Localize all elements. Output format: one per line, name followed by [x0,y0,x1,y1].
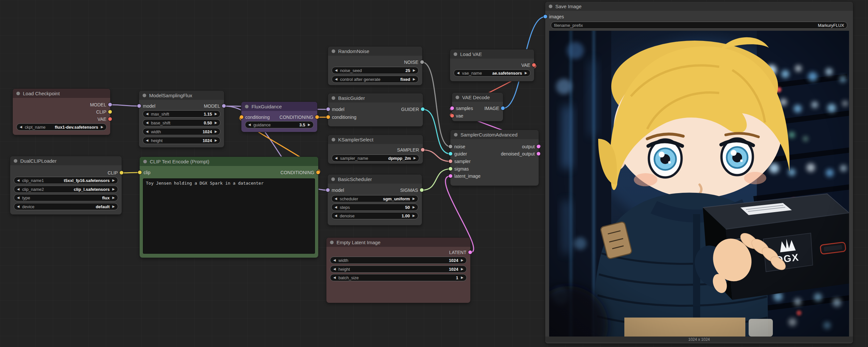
arrow-left-icon[interactable]: ◀ [146,112,149,116]
collapse-dot-icon[interactable] [17,92,20,95]
node-header[interactable]: RandomNoise [328,47,422,56]
node-empty-latent-image[interactable]: Empty Latent Image LATENT ◀ width 1024 ▶… [327,238,470,303]
arrow-left-icon[interactable]: ◀ [333,276,336,279]
arrow-right-icon[interactable]: ▶ [215,139,217,142]
node-model-sampling-flux[interactable]: ModelSamplingFlux model MODEL ◀ max_shif… [139,91,224,147]
node-vae-decode[interactable]: VAE Decode samples vae IMAGE [452,93,503,121]
output-pin-latent[interactable] [468,251,472,254]
widget-sampler-name[interactable]: ◀ sampler_name dpmpp_2m ▶ [332,154,419,162]
node-header[interactable]: CLIP Text Encode (Prompt) [140,157,318,166]
input-pin-conditioning[interactable] [327,115,330,119]
arrow-left-icon[interactable]: ◀ [335,78,338,81]
arrow-left-icon[interactable]: ◀ [248,123,251,126]
widget-vae-name[interactable]: ◀ vae_name ae.safetensors ▶ [454,69,530,77]
collapse-dot-icon[interactable] [330,241,334,244]
output-pin-vae[interactable] [532,63,536,67]
node-dual-clip-loader[interactable]: DualCLIPLoader CLIP ◀ clip_name1 t5xxl_f… [10,156,122,214]
collapse-dot-icon[interactable] [454,52,457,56]
arrow-right-icon[interactable]: ▶ [461,267,463,271]
input-pin-conditioning[interactable] [240,115,243,119]
node-header[interactable]: Empty Latent Image [327,238,470,247]
input-pin-model[interactable] [327,107,330,111]
node-ksampler-select[interactable]: KSamplerSelect SAMPLER ◀ sampler_name dp… [328,135,423,164]
output-pin-image[interactable] [501,106,505,110]
arrow-right-icon[interactable]: ▶ [215,121,217,124]
widget-type[interactable]: ◀ type flux ▶ [14,194,118,201]
arrow-left-icon[interactable]: ◀ [17,196,20,199]
prompt-textarea[interactable]: Toy Jensen holding a DGX Spark in a data… [143,178,315,254]
input-pin-images[interactable] [544,15,547,18]
arrow-left-icon[interactable]: ◀ [335,69,338,72]
node-basic-guider[interactable]: BasicGuider model conditioning GUIDER [328,93,423,126]
arrow-left-icon[interactable]: ◀ [335,197,337,200]
collapse-dot-icon[interactable] [456,95,459,99]
node-header[interactable]: KSamplerSelect [328,135,423,144]
widget-noise-seed[interactable]: ◀ noise_seed 25 ▶ [332,67,418,74]
arrow-left-icon[interactable]: ◀ [335,206,337,209]
widget-guidance[interactable]: ◀ guidance 3.5 ▶ [245,121,314,128]
collapse-dot-icon[interactable] [143,160,147,163]
widget-denoise[interactable]: ◀ denoise 1.00 ▶ [331,212,418,219]
output-pin-conditioning[interactable] [316,171,320,174]
arrow-left-icon[interactable]: ◀ [146,130,149,133]
collapse-dot-icon[interactable] [549,5,552,8]
widget-height[interactable]: ◀ height 1024 ▶ [330,265,467,273]
arrow-right-icon[interactable]: ▶ [413,78,415,81]
input-pin-sampler[interactable] [449,160,452,163]
arrow-left-icon[interactable]: ◀ [333,259,336,262]
input-pin-guider[interactable] [449,152,452,155]
widget-steps[interactable]: ◀ steps 50 ▶ [331,204,418,211]
arrow-right-icon[interactable]: ▶ [215,112,217,116]
widget-clip-name2[interactable]: ◀ clip_name2 clip_l.safetensors ▶ [14,185,118,193]
arrow-left-icon[interactable]: ◀ [17,179,20,182]
node-load-checkpoint[interactable]: Load Checkpoint MODEL CLIP VAE ◀ ckpt_na… [13,89,110,135]
node-clip-text-encode[interactable]: CLIP Text Encode (Prompt) clip CONDITION… [140,157,318,258]
output-pin-sigmas[interactable] [420,188,424,192]
node-header[interactable]: VAE Decode [452,93,503,102]
output-pin-model[interactable] [108,103,112,106]
collapse-dot-icon[interactable] [332,96,335,100]
node-graph-canvas[interactable]: Load Checkpoint MODEL CLIP VAE ◀ ckpt_na… [0,0,868,347]
output-pin-vae[interactable] [108,117,112,121]
arrow-left-icon[interactable]: ◀ [20,125,22,129]
output-pin-output[interactable] [537,145,540,148]
node-load-vae[interactable]: Load VAE VAE ◀ vae_name ae.safetensors ▶ [450,50,534,81]
output-pin-noise[interactable] [420,60,424,64]
arrow-right-icon[interactable]: ▶ [461,259,463,262]
node-header[interactable]: Load Checkpoint [13,89,110,98]
arrow-left-icon[interactable]: ◀ [333,267,336,271]
input-pin-vae[interactable] [451,114,454,118]
node-header[interactable]: BasicGuider [328,93,423,103]
widget-device[interactable]: ◀ device default ▶ [14,203,118,210]
input-pin-clip[interactable] [138,171,142,174]
widget-base-shift[interactable]: ◀ base_shift 0.50 ▶ [143,119,220,126]
arrow-right-icon[interactable]: ▶ [308,123,310,126]
arrow-left-icon[interactable]: ◀ [335,214,337,218]
output-pin-guider[interactable] [421,107,425,111]
arrow-right-icon[interactable]: ▶ [413,69,415,72]
node-header[interactable]: SamplerCustomAdvanced [451,130,539,139]
node-header[interactable]: BasicScheduler [328,174,422,184]
arrow-right-icon[interactable]: ▶ [112,196,115,199]
input-pin-sigmas[interactable] [449,167,452,171]
node-header[interactable]: Save Image [545,2,853,11]
collapse-dot-icon[interactable] [14,159,17,163]
arrow-right-icon[interactable]: ▶ [112,205,115,208]
arrow-right-icon[interactable]: ▶ [525,71,527,75]
input-pin-model[interactable] [326,188,330,192]
node-header[interactable]: Load VAE [450,50,534,59]
widget-height[interactable]: ◀ height 1024 ▶ [143,137,220,144]
collapse-dot-icon[interactable] [143,94,146,97]
node-header[interactable]: ModelSamplingFlux [139,91,224,100]
node-sampler-custom-advanced[interactable]: SamplerCustomAdvanced noise guider sampl… [451,130,539,185]
arrow-right-icon[interactable]: ▶ [412,214,415,218]
collapse-dot-icon[interactable] [245,105,249,108]
arrow-right-icon[interactable]: ▶ [112,179,115,182]
arrow-right-icon[interactable]: ▶ [101,125,103,129]
output-pin-conditioning[interactable] [315,115,319,119]
output-pin-clip[interactable] [120,171,123,174]
output-pin-denoised-output[interactable] [537,152,540,155]
node-basic-scheduler[interactable]: BasicScheduler model SIGMAS ◀ scheduler … [328,174,422,225]
widget-clip-name1[interactable]: ◀ clip_name1 t5xxl_fp16.safetensors ▶ [14,177,118,184]
input-pin-latent-image[interactable] [449,174,452,178]
